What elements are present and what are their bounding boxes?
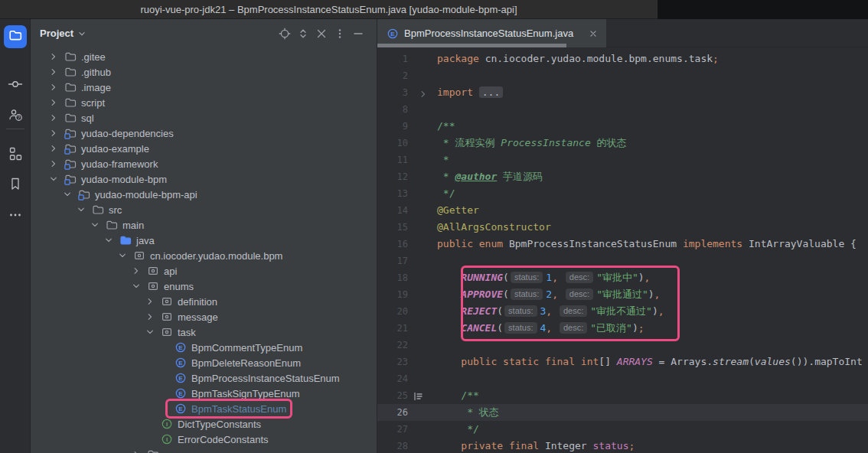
tree-item-ErrorCodeConstants[interactable]: IErrorCodeConstants: [31, 432, 377, 447]
code-line-15[interactable]: 15@AllArgsConstructor: [377, 219, 868, 236]
package-icon: [161, 326, 173, 338]
code-line-17[interactable]: 17: [377, 253, 868, 269]
code-line-2[interactable]: 2: [377, 67, 868, 84]
chevron-right-icon[interactable]: [47, 96, 60, 109]
chevron-right-icon[interactable]: [47, 127, 60, 139]
chevron-down-icon[interactable]: [89, 219, 101, 231]
code-line-26[interactable]: 26 * 状态: [377, 404, 868, 421]
tree-item-yudao-module-bpm-api[interactable]: yudao-module-bpm-api: [31, 187, 377, 202]
code-line-3[interactable]: 3import ...: [377, 84, 868, 101]
tree-item-src[interactable]: src: [31, 202, 377, 217]
tree-item-.image[interactable]: .image: [31, 80, 377, 95]
line-number: 13: [377, 185, 408, 202]
code-line-10[interactable]: 10 * 流程实例 ProcessInstance 的状态: [377, 135, 868, 152]
more-tool-windows-button[interactable]: [8, 207, 23, 226]
code-line-14[interactable]: 14@Getter: [377, 202, 868, 219]
code-line-18[interactable]: 18 RUNNING(status:1, desc:"审批中"),: [377, 269, 868, 286]
chevron-right-icon[interactable]: [144, 311, 156, 323]
line-number: 1: [377, 51, 408, 67]
tree-item-cn.iocoder.yudao.module.bpm[interactable]: cn.iocoder.yudao.module.bpm: [31, 248, 377, 263]
package-icon: [133, 249, 145, 262]
chevron-down-icon[interactable]: [130, 280, 142, 292]
close-icon[interactable]: [588, 28, 599, 39]
tree-item-sql[interactable]: sql: [31, 110, 377, 125]
tree-item-BpmTaskStatusEnum[interactable]: EBpmTaskStatusEnum: [31, 401, 377, 416]
code-line-19[interactable]: 19 APPROVE(status:2, desc:"审批通过"),: [377, 286, 868, 303]
tree-item-BpmTaskSignTypeEnum[interactable]: EBpmTaskSignTypeEnum: [31, 386, 377, 401]
code-line-20[interactable]: 20 REJECT(status:3, desc:"审批不通过"),: [377, 303, 868, 320]
code-line-12[interactable]: 12 * @author 芋道源码: [377, 168, 868, 185]
tree-item-enums[interactable]: enums: [31, 279, 377, 294]
expand-icon[interactable]: [294, 24, 312, 43]
more-icon: [8, 207, 23, 226]
tree-item-task[interactable]: task: [31, 324, 377, 340]
chevron-right-icon[interactable]: [47, 158, 60, 170]
tree-item-yudao-framework[interactable]: yudao-framework: [31, 156, 377, 171]
tree-item-DictTypeConstants[interactable]: IDictTypeConstants: [31, 416, 377, 432]
locate-file-icon[interactable]: [276, 24, 294, 43]
tree-item-BpmCommentTypeEnum[interactable]: EBpmCommentTypeEnum: [31, 340, 377, 355]
chevron-right-icon[interactable]: [47, 81, 60, 93]
code-line-16[interactable]: 16public enum BpmProcessInstanceStatusEn…: [377, 236, 868, 253]
gutter-spacer: [408, 253, 437, 269]
tree-item-java[interactable]: java: [31, 233, 377, 248]
tree-item-yudao-example[interactable]: yudao-example: [31, 141, 377, 156]
tree-item-main[interactable]: main: [31, 217, 377, 233]
chevron-right-icon[interactable]: [130, 265, 142, 277]
chevron-right-icon[interactable]: [47, 142, 60, 155]
chevron-right-icon[interactable]: [144, 295, 156, 308]
bookmarks-tool-button[interactable]: [8, 176, 23, 194]
code-line-25[interactable]: 25 /**: [377, 387, 868, 404]
code-line-22[interactable]: 22: [377, 337, 868, 354]
project-panel-title[interactable]: Project: [40, 28, 73, 39]
tree-item-definition[interactable]: definition: [31, 294, 377, 309]
tree-item-.gitee[interactable]: .gitee: [31, 49, 377, 64]
code-line-11[interactable]: 11 *: [377, 152, 868, 168]
chevron-down-icon[interactable]: [116, 249, 129, 262]
hide-panel-icon[interactable]: [349, 24, 367, 43]
tree-item-BpmProcessInstanceStatusEnum[interactable]: EBpmProcessInstanceStatusEnum: [31, 370, 377, 386]
chevron-right-icon[interactable]: [47, 66, 60, 78]
options-icon[interactable]: [331, 24, 349, 43]
ide-window: ruoyi-vue-pro-jdk21 – BpmProcessInstance…: [0, 0, 868, 453]
code-line-1[interactable]: 1package cn.iocoder.yudao.module.bpm.enu…: [377, 51, 868, 67]
code-line-21[interactable]: 21 CANCEL(status:4, desc:"已取消");: [377, 320, 868, 337]
commit-tool-button[interactable]: [8, 77, 23, 95]
tree-item-yudao-dependencies[interactable]: yudao-dependencies: [31, 125, 377, 141]
collapse-all-icon[interactable]: [312, 24, 331, 43]
module-icon: [64, 142, 77, 155]
chevron-right-icon[interactable]: [47, 51, 60, 63]
structure-tool-button[interactable]: [8, 146, 23, 165]
chevron-right-icon[interactable]: [47, 112, 60, 124]
code-line-8[interactable]: 8: [377, 101, 868, 118]
chevron-slot: [158, 372, 170, 384]
code-line-9[interactable]: 9/**: [377, 118, 868, 135]
chevron-down-icon[interactable]: [61, 188, 73, 200]
chevron-down-icon[interactable]: [75, 204, 87, 216]
chevron-down-icon[interactable]: [77, 28, 87, 39]
chevron-down-icon[interactable]: [144, 326, 156, 338]
chevron-down-icon[interactable]: [47, 173, 60, 185]
tree-item-api[interactable]: api: [31, 263, 377, 279]
code-line-24[interactable]: 24: [377, 370, 868, 387]
tree-item-.github[interactable]: .github: [31, 64, 377, 80]
code-line-23[interactable]: 23 public static final int[] ARRAYS = Ar…: [377, 354, 868, 370]
tree-item-script[interactable]: script: [31, 95, 377, 110]
tree-item-message[interactable]: message: [31, 309, 377, 324]
line-number: 21: [377, 320, 408, 337]
chevron-down-icon[interactable]: [103, 234, 115, 246]
tree-item-partial[interactable]: [31, 447, 377, 453]
tree-item-yudao-module-bpm[interactable]: yudao-module-bpm: [31, 171, 377, 187]
line-number: 25: [377, 387, 408, 404]
code-line-27[interactable]: 27 */: [377, 421, 868, 438]
tree-item-BpmDeleteReasonEnum[interactable]: EBpmDeleteReasonEnum: [31, 355, 377, 370]
project-tool-button[interactable]: [4, 25, 27, 48]
code-line-13[interactable]: 13 */: [377, 185, 868, 202]
inlay-hint: status:: [511, 288, 543, 300]
fold-chevron-icon[interactable]: [408, 84, 437, 101]
module-icon: [64, 127, 77, 139]
rendered-doc-icon[interactable]: [408, 387, 437, 404]
pull-requests-tool-button[interactable]: ?: [8, 107, 23, 125]
code-line-28[interactable]: 28 private final Integer status;: [377, 438, 868, 453]
chevron-right-icon[interactable]: [130, 448, 142, 453]
